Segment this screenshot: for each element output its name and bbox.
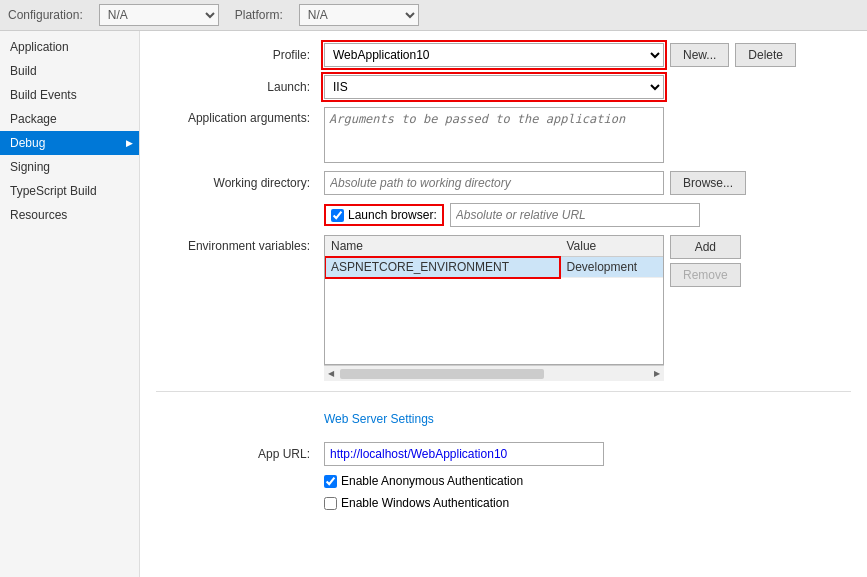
web-server-section: Web Server Settings App URL: Enable Anon… xyxy=(156,402,851,510)
config-select[interactable]: N/A xyxy=(99,4,219,26)
new-button[interactable]: New... xyxy=(670,43,729,67)
env-vars-row: Environment variables: Name Value xyxy=(156,235,851,381)
env-cell-name: ASPNETCORE_ENVIRONMENT xyxy=(325,257,560,278)
top-bar: Configuration: N/A Platform: N/A xyxy=(0,0,867,31)
section-divider xyxy=(156,391,851,392)
env-buttons: Add Remove xyxy=(670,235,741,287)
env-table: Name Value ASPNETCORE_ENVIRONMENT Develo… xyxy=(325,236,663,278)
app-url-row: App URL: xyxy=(156,442,851,466)
env-table-container: Name Value ASPNETCORE_ENVIRONMENT Develo… xyxy=(324,235,664,381)
windows-auth-row: Enable Windows Authentication xyxy=(156,496,851,510)
app-url-label: App URL: xyxy=(156,447,316,461)
remove-button[interactable]: Remove xyxy=(670,263,741,287)
env-col-name: Name xyxy=(325,236,560,257)
launch-input-row: IIS xyxy=(324,75,851,99)
launch-browser-input-row: Launch browser: xyxy=(324,203,851,227)
launch-row: Launch: IIS xyxy=(156,75,851,99)
working-dir-label: Working directory: xyxy=(156,176,316,190)
env-vars-label: Environment variables: xyxy=(156,235,316,253)
windows-auth-checkbox[interactable] xyxy=(324,497,337,510)
launch-browser-row: Launch browser: xyxy=(156,203,851,227)
content-area: Profile: WebApplication10 New... Delete … xyxy=(140,31,867,577)
app-args-row: Application arguments: xyxy=(156,107,851,163)
env-vars-wrapper: Name Value ASPNETCORE_ENVIRONMENT Develo… xyxy=(324,235,741,381)
anon-auth-label: Enable Anonymous Authentication xyxy=(341,474,523,488)
app-url-input[interactable] xyxy=(324,442,604,466)
profile-select[interactable]: WebApplication10 xyxy=(324,43,664,67)
anon-auth-checkbox-container[interactable]: Enable Anonymous Authentication xyxy=(324,474,523,488)
delete-button[interactable]: Delete xyxy=(735,43,796,67)
launch-browser-text: Launch browser: xyxy=(348,208,437,222)
scroll-left-icon[interactable]: ◀ xyxy=(326,369,336,378)
app-args-label: Application arguments: xyxy=(156,107,316,125)
env-cell-value: Development xyxy=(560,257,663,278)
main-layout: Application Build Build Events Package D… xyxy=(0,31,867,577)
app-args-input[interactable] xyxy=(324,107,664,163)
windows-auth-checkbox-container[interactable]: Enable Windows Authentication xyxy=(324,496,509,510)
anon-auth-row: Enable Anonymous Authentication xyxy=(156,474,851,488)
web-server-title-row: Web Server Settings xyxy=(156,402,851,434)
sidebar-item-application[interactable]: Application xyxy=(0,35,139,59)
scrollbar-thumb[interactable] xyxy=(340,369,544,379)
config-label: Configuration: xyxy=(8,8,83,22)
profile-input-row: WebApplication10 New... Delete xyxy=(324,43,851,67)
env-scrollbar[interactable]: ◀ ▶ xyxy=(324,365,664,381)
scroll-right-icon[interactable]: ▶ xyxy=(652,369,662,378)
launch-label: Launch: xyxy=(156,80,316,94)
anon-auth-checkbox[interactable] xyxy=(324,475,337,488)
sidebar-item-signing[interactable]: Signing xyxy=(0,155,139,179)
sidebar-item-resources[interactable]: Resources xyxy=(0,203,139,227)
browse-button[interactable]: Browse... xyxy=(670,171,746,195)
add-button[interactable]: Add xyxy=(670,235,741,259)
profile-label: Profile: xyxy=(156,48,316,62)
windows-auth-label: Enable Windows Authentication xyxy=(341,496,509,510)
sidebar-item-package[interactable]: Package xyxy=(0,107,139,131)
sidebar-item-build-events[interactable]: Build Events xyxy=(0,83,139,107)
profile-row: Profile: WebApplication10 New... Delete xyxy=(156,43,851,67)
platform-select[interactable]: N/A xyxy=(299,4,419,26)
env-col-value: Value xyxy=(560,236,663,257)
launch-browser-checkbox[interactable] xyxy=(331,209,344,222)
launch-browser-url-input[interactable] xyxy=(450,203,700,227)
working-dir-input[interactable] xyxy=(324,171,664,195)
launch-select[interactable]: IIS xyxy=(324,75,664,99)
sidebar-item-build[interactable]: Build xyxy=(0,59,139,83)
env-row[interactable]: ASPNETCORE_ENVIRONMENT Development xyxy=(325,257,663,278)
working-dir-row: Working directory: Browse... xyxy=(156,171,851,195)
sidebar: Application Build Build Events Package D… xyxy=(0,31,140,577)
sidebar-item-typescript-build[interactable]: TypeScript Build xyxy=(0,179,139,203)
working-dir-input-row: Browse... xyxy=(324,171,851,195)
web-server-title: Web Server Settings xyxy=(324,412,434,426)
platform-label: Platform: xyxy=(235,8,283,22)
launch-browser-checkbox-container[interactable]: Launch browser: xyxy=(324,204,444,226)
sidebar-item-debug[interactable]: Debug xyxy=(0,131,139,155)
env-table-scroll: Name Value ASPNETCORE_ENVIRONMENT Develo… xyxy=(324,235,664,365)
